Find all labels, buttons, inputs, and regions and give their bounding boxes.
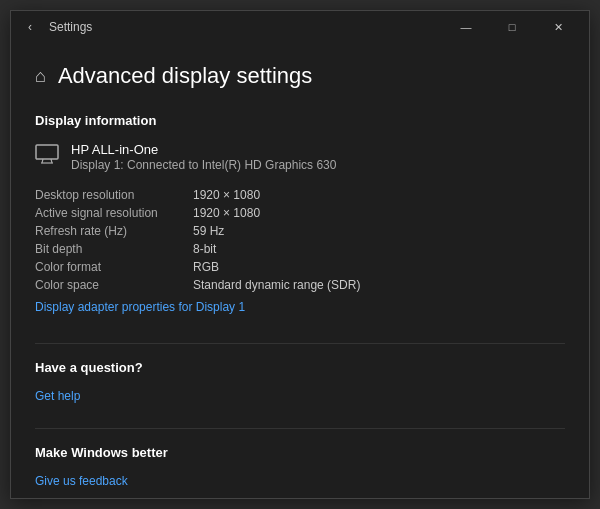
monitor-description: Display 1: Connected to Intel(R) HD Grap… (71, 158, 336, 172)
title-bar-controls: — □ ✕ (443, 11, 581, 43)
info-table: Desktop resolution 1920 × 1080 Active si… (35, 188, 565, 292)
display-adapter-link[interactable]: Display adapter properties for Display 1 (35, 300, 245, 314)
back-button[interactable]: ‹ (19, 16, 41, 38)
monitor-text: HP ALL-in-One Display 1: Connected to In… (71, 142, 336, 172)
help-title: Have a question? (35, 360, 565, 375)
page-title: Advanced display settings (58, 63, 312, 89)
get-help-link[interactable]: Get help (35, 389, 80, 403)
divider-1 (35, 343, 565, 344)
label-bit-depth: Bit depth (35, 242, 185, 256)
value-active-signal: 1920 × 1080 (193, 206, 260, 220)
value-color-space: Standard dynamic range (SDR) (193, 278, 360, 292)
label-desktop-resolution: Desktop resolution (35, 188, 185, 202)
value-desktop-resolution: 1920 × 1080 (193, 188, 260, 202)
label-color-space: Color space (35, 278, 185, 292)
monitor-name: HP ALL-in-One (71, 142, 336, 157)
value-bit-depth: 8-bit (193, 242, 216, 256)
info-row-refresh-rate: Refresh rate (Hz) 59 Hz (35, 224, 565, 238)
info-row-active-signal: Active signal resolution 1920 × 1080 (35, 206, 565, 220)
title-bar: ‹ Settings — □ ✕ (11, 11, 589, 43)
divider-2 (35, 428, 565, 429)
minimize-button[interactable]: — (443, 11, 489, 43)
feedback-title: Make Windows better (35, 445, 565, 460)
page-header: ⌂ Advanced display settings (35, 63, 565, 89)
title-bar-title: Settings (49, 20, 92, 34)
monitor-info: HP ALL-in-One Display 1: Connected to In… (35, 142, 565, 172)
value-refresh-rate: 59 Hz (193, 224, 224, 238)
title-bar-left: ‹ Settings (19, 16, 443, 38)
info-row-color-format: Color format RGB (35, 260, 565, 274)
svg-rect-0 (36, 145, 58, 159)
content-area: ⌂ Advanced display settings Display info… (11, 43, 589, 498)
value-color-format: RGB (193, 260, 219, 274)
maximize-button[interactable]: □ (489, 11, 535, 43)
info-row-desktop-resolution: Desktop resolution 1920 × 1080 (35, 188, 565, 202)
info-row-bit-depth: Bit depth 8-bit (35, 242, 565, 256)
feedback-link[interactable]: Give us feedback (35, 474, 128, 488)
display-info-section: Display information HP ALL-in-One Displa… (35, 113, 565, 315)
close-button[interactable]: ✕ (535, 11, 581, 43)
home-icon: ⌂ (35, 66, 46, 87)
feedback-section: Make Windows better Give us feedback (35, 445, 565, 489)
label-refresh-rate: Refresh rate (Hz) (35, 224, 185, 238)
label-color-format: Color format (35, 260, 185, 274)
display-info-title: Display information (35, 113, 565, 128)
settings-window: ‹ Settings — □ ✕ ⌂ Advanced display sett… (10, 10, 590, 499)
monitor-icon (35, 144, 59, 169)
label-active-signal: Active signal resolution (35, 206, 185, 220)
info-row-color-space: Color space Standard dynamic range (SDR) (35, 278, 565, 292)
help-section: Have a question? Get help (35, 360, 565, 404)
